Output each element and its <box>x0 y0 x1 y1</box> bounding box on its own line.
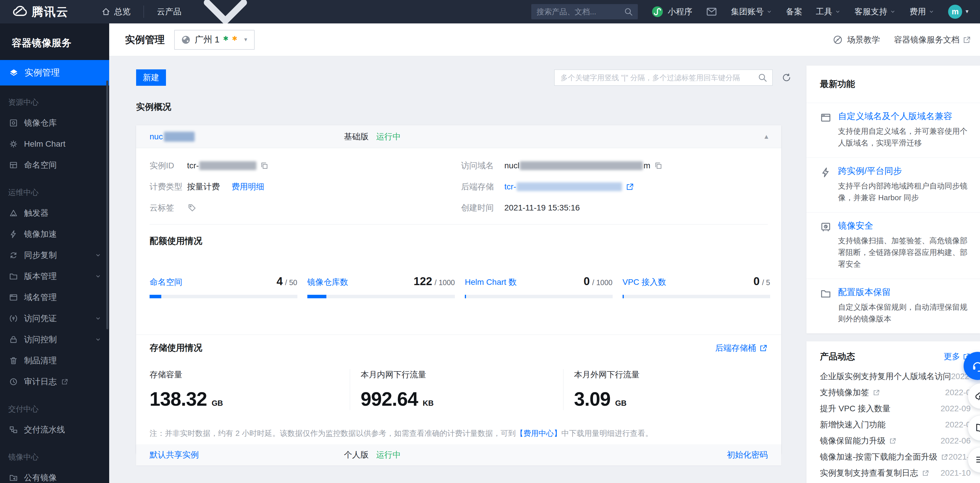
quota-link[interactable]: 镜像仓库数 <box>307 276 348 288</box>
sidebar-item-repo[interactable]: 镜像仓库 <box>0 113 109 133</box>
status-badge: 运行中 <box>376 131 401 142</box>
global-search-input[interactable] <box>536 7 624 17</box>
external-link-icon <box>873 389 880 396</box>
doc-link[interactable]: 容器镜像服务文档 <box>894 34 971 45</box>
sidebar-item-window[interactable]: 域名管理 <box>0 287 109 308</box>
features-title: 最新功能 <box>807 65 980 103</box>
tutorial-icon <box>832 35 843 45</box>
quota-link[interactable]: VPC 接入数 <box>623 276 666 288</box>
sharefolder-icon <box>9 473 18 482</box>
topnav-menu[interactable]: 费用 <box>910 6 935 17</box>
bolt-icon <box>820 167 832 178</box>
feature-link[interactable]: 镜像安全 <box>838 221 975 231</box>
tutorial-link[interactable]: 场景教学 <box>832 34 880 45</box>
copy-icon[interactable] <box>260 161 269 170</box>
product-news-card: 产品动态 更多 企业版实例支持复用个人版域名访问 2022-11 支持镜像加签 … <box>807 341 980 483</box>
news-item[interactable]: 新增快速入门功能 2022-0 <box>820 416 970 433</box>
news-item[interactable]: 镜像加速-按需下载能力全面升级 2021-1 <box>820 449 970 465</box>
topnav-menu[interactable]: 备案 <box>786 6 802 17</box>
quota-link[interactable]: Helm Chart 数 <box>465 276 517 288</box>
history-icon <box>9 377 18 386</box>
tencent-cloud-console: 腾讯云 总览 云产品 小程序 集团账号 备案 工具 客服支持 费用 <box>0 0 980 483</box>
chevron-down-icon <box>95 273 102 280</box>
topnav-menu[interactable]: 集团账号 <box>731 6 772 17</box>
helm-icon <box>9 139 18 149</box>
quota-link[interactable]: 命名空间 <box>150 276 182 288</box>
quota-progress-bar <box>307 295 455 298</box>
global-search[interactable] <box>531 4 638 19</box>
tag-icon[interactable] <box>187 203 197 213</box>
nav-mini-program[interactable]: 小程序 <box>651 6 692 18</box>
billing-detail-link[interactable]: 费用明细 <box>232 181 264 192</box>
sidebar-item-sharefolder[interactable]: 公有镜像 <box>0 467 109 483</box>
collapse-icon[interactable]: ▲ <box>763 133 770 140</box>
region-selector[interactable]: 广州 1 ✱ ✱ ▼ <box>174 30 255 50</box>
copy-icon[interactable] <box>654 161 663 170</box>
news-item[interactable]: 企业版实例支持复用个人版域名访问 2022-11 <box>820 368 970 384</box>
external-link-icon <box>922 469 929 477</box>
detail-domain: 访问域名 nucl m <box>461 155 768 176</box>
news-item[interactable]: 支持跨主账号实例同步 2021-07 <box>820 481 970 483</box>
detail-cloud-tag: 云标签 <box>150 197 461 218</box>
news-item[interactable]: 提升 VPC 接入数量 2022-09 <box>820 400 970 416</box>
detail-backend-storage: 后端存储 tcr- <box>461 176 768 197</box>
quota-progress-bar <box>623 295 770 298</box>
news-item[interactable]: 支持镜像加签 2022-0 <box>820 384 970 400</box>
sidebar: 容器镜像服务 实例管理 资源中心 镜像仓库 Helm Chart 命名空间 运维… <box>0 24 109 483</box>
news-item[interactable]: 实例复制支持查看复制日志 2021-10 <box>820 465 970 481</box>
avatar-chevron-icon[interactable]: ▼ <box>964 9 969 14</box>
topnav-menu[interactable]: 工具 <box>816 6 841 17</box>
detail-created-time: 创建时间 2021-11-19 15:35:16 <box>461 197 768 218</box>
instance-name-link[interactable]: nuc <box>150 132 163 141</box>
filter-box[interactable] <box>554 69 773 86</box>
storage-stat: 本月内网下行流量 992.64 KB <box>350 369 563 410</box>
sidebar-scrollbar[interactable] <box>106 81 108 329</box>
sidebar-item-bolt[interactable]: 镜像加速 <box>0 224 109 245</box>
sidebar-item-lock[interactable]: 访问控制 <box>0 329 109 350</box>
sidebar-item-sync[interactable]: 同步复制 <box>0 245 109 266</box>
feature-link[interactable]: 跨实例/平台同步 <box>838 166 975 176</box>
sidebar-item-instance-management[interactable]: 实例管理 <box>0 60 109 86</box>
sidebar-item-pipeline[interactable]: 交付流水线 <box>0 419 109 440</box>
search-icon[interactable] <box>624 7 633 16</box>
billing-center-link[interactable]: 【费用中心】 <box>516 429 562 438</box>
sidebar-item-credential[interactable]: 访问凭证 <box>0 308 109 329</box>
news-item[interactable]: 镜像保留能力升级 2022-06 <box>820 433 970 449</box>
quota-progress-bar <box>465 295 612 298</box>
refresh-button[interactable] <box>780 71 793 84</box>
trash-icon <box>9 356 18 365</box>
filter-input[interactable] <box>555 73 757 82</box>
init-password-link[interactable]: 初始化密码 <box>727 449 768 461</box>
sidebar-item-helm[interactable]: Helm Chart <box>0 133 109 154</box>
edition-badge: 个人版 <box>344 449 369 461</box>
sidebar-item-folder[interactable]: 版本管理 <box>0 266 109 287</box>
book-icon <box>975 422 980 434</box>
mail-icon[interactable] <box>706 6 718 17</box>
credential-icon <box>9 314 18 323</box>
external-link-icon[interactable] <box>625 183 634 191</box>
nav-overview[interactable]: 总览 <box>98 6 130 17</box>
backend-bucket-link[interactable]: 后端存储桶 <box>715 343 768 354</box>
search-icon[interactable] <box>757 73 767 83</box>
feature-item: 配置版本保留 自定义版本保留规则，自动清理保留规则外的镜像版本 <box>807 279 980 334</box>
avatar[interactable]: m <box>948 5 962 19</box>
top-nav: 腾讯云 总览 云产品 小程序 集团账号 备案 工具 客服支持 费用 <box>0 0 980 24</box>
topnav-menu[interactable]: 客服支持 <box>854 6 896 17</box>
home-icon <box>101 7 111 16</box>
quota-progress-bar <box>150 295 298 298</box>
feature-link[interactable]: 自定义域名及个人版域名兼容 <box>838 111 975 121</box>
backend-storage-link[interactable]: tcr- <box>504 182 516 191</box>
create-button[interactable]: 新建 <box>136 69 166 86</box>
sidebar-item-grid[interactable]: 命名空间 <box>0 154 109 176</box>
feature-item: 自定义域名及个人版域名兼容 支持使用自定义域名，并可兼容使用个人版域名，实现平滑… <box>807 103 980 157</box>
sidebar-item-history[interactable]: 审计日志 <box>0 371 109 392</box>
chevron-down-icon <box>928 8 935 15</box>
feature-link[interactable]: 配置版本保留 <box>838 287 975 297</box>
storage-stat: 本月外网下行流量 3.09 GB <box>563 369 781 410</box>
redacted-instance-name <box>164 132 195 142</box>
external-link-icon <box>759 344 768 353</box>
shared-instance-link[interactable]: 默认共享实例 <box>150 450 199 459</box>
instance-card: nuc 基础版 运行中 ▲ 实例ID tcr- 计费类型 按量计费 <box>136 125 781 454</box>
sidebar-item-trash[interactable]: 制品清理 <box>0 350 109 371</box>
sidebar-item-trigger[interactable]: 触发器 <box>0 203 109 224</box>
